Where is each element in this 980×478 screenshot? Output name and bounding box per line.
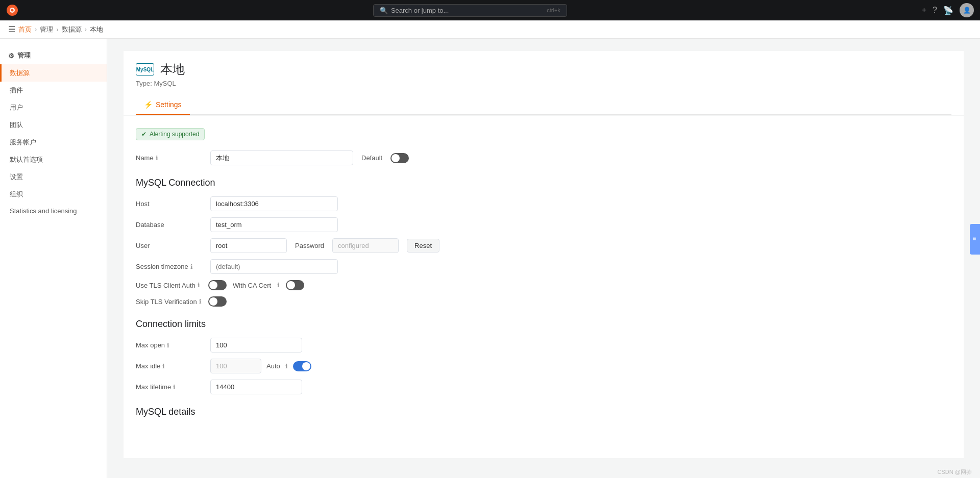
name-info-icon[interactable]: ℹ xyxy=(156,155,158,162)
host-label: Host xyxy=(136,200,202,208)
password-label: Password xyxy=(295,242,324,249)
sep3: › xyxy=(85,26,87,33)
form-area: ✔ Alerting supported Name ℹ Default MySQ… xyxy=(124,116,964,458)
skip-tls-label: Skip TLS Verification ℹ xyxy=(136,298,202,306)
search-shortcut: ctrl+k xyxy=(547,7,560,13)
max-idle-value: 100 xyxy=(210,359,261,373)
mysql-connection-title: MySQL Connection xyxy=(136,178,951,188)
breadcrumb-home[interactable]: 首页 xyxy=(18,25,32,34)
user-password-row: User Password configured Reset xyxy=(136,238,951,253)
breadcrumb-datasources[interactable]: 数据源 xyxy=(62,25,82,34)
max-open-input[interactable] xyxy=(210,338,302,353)
reset-button[interactable]: Reset xyxy=(407,239,439,253)
with-ca-cert-label: With CA Cert xyxy=(233,282,271,289)
sidebar-section-title: ⚙ 管理 xyxy=(0,47,107,64)
check-circle-icon: ✔ xyxy=(141,131,146,138)
page-subtitle: Type: MySQL xyxy=(136,80,951,87)
topbar-center: 🔍 Search or jump to... ctrl+k xyxy=(18,4,922,17)
tls-client-toggle[interactable] xyxy=(208,280,227,290)
auto-idle-toggle[interactable] xyxy=(293,361,311,371)
search-box[interactable]: 🔍 Search or jump to... ctrl+k xyxy=(373,4,567,17)
page-title-row: MySQL 本地 xyxy=(136,61,951,78)
bell-icon[interactable]: 📡 xyxy=(943,6,953,15)
tls-client-label: Use TLS Client Auth ℹ xyxy=(136,282,202,289)
search-icon: 🔍 xyxy=(380,7,388,14)
default-label: Default xyxy=(361,154,382,162)
breadcrumb-admin[interactable]: 管理 xyxy=(40,25,53,34)
tab-settings[interactable]: ⚡ Settings xyxy=(136,95,190,115)
skip-tls-row: Skip TLS Verification ℹ xyxy=(136,296,951,307)
tabs: ⚡ Settings xyxy=(136,95,951,115)
user-label: User xyxy=(136,242,202,249)
name-row: Name ℹ Default xyxy=(136,150,951,165)
sidebar-item-stats[interactable]: Statistics and licensing xyxy=(0,203,107,219)
max-lifetime-input[interactable] xyxy=(210,380,302,394)
sidebar-item-preferences[interactable]: 默认首选项 xyxy=(0,151,107,168)
name-input[interactable] xyxy=(210,150,353,165)
avatar[interactable]: 👤 xyxy=(960,3,974,17)
database-input[interactable] xyxy=(210,217,338,232)
sidebar-item-plugins[interactable]: 插件 xyxy=(0,82,107,99)
database-row: Database xyxy=(136,217,951,232)
menu-icon[interactable]: ☰ xyxy=(8,24,15,34)
mysql-details-placeholder xyxy=(136,425,951,446)
sidebar-item-org[interactable]: 组织 xyxy=(0,186,107,203)
user-input[interactable] xyxy=(210,238,287,253)
sidebar-item-teams[interactable]: 团队 xyxy=(0,116,107,134)
max-lifetime-row: Max lifetime ℹ xyxy=(136,380,951,394)
host-input[interactable] xyxy=(210,196,338,211)
session-tz-row: Session timezone ℹ xyxy=(136,259,951,274)
footer-watermark: CSDN @网莽 xyxy=(938,468,972,476)
max-lifetime-label: Max lifetime ℹ xyxy=(136,383,202,391)
sidebar-item-users[interactable]: 用户 xyxy=(0,99,107,116)
layout: ⚙ 管理 数据源 插件 用户 团队 服务帐户 默认首选项 设置 组织 Stati… xyxy=(0,39,980,478)
default-toggle[interactable] xyxy=(390,153,409,163)
tz-info-icon[interactable]: ℹ xyxy=(190,263,193,270)
max-open-label: Max open ℹ xyxy=(136,341,202,349)
database-label: Database xyxy=(136,221,202,229)
max-open-row: Max open ℹ xyxy=(136,338,951,353)
breadcrumb: ☰ 首页 › 管理 › 数据源 › 本地 xyxy=(0,20,980,39)
password-field: configured xyxy=(332,238,399,253)
right-edge-button[interactable]: ≡ xyxy=(970,224,980,255)
max-idle-info-icon[interactable]: ℹ xyxy=(162,363,165,370)
mysql-details-title: MySQL details xyxy=(136,407,951,417)
gear-icon: ⚙ xyxy=(8,52,14,60)
max-open-info-icon[interactable]: ℹ xyxy=(167,342,169,349)
grafana-logo-icon xyxy=(6,4,18,16)
add-icon[interactable]: + xyxy=(922,6,926,15)
topbar: 🔍 Search or jump to... ctrl+k + ? 📡 👤 xyxy=(0,0,980,20)
ca-cert-info-icon[interactable]: ℹ xyxy=(277,282,280,289)
sidebar-item-serviceaccounts[interactable]: 服务帐户 xyxy=(0,134,107,151)
idle-row: 100 Auto ℹ xyxy=(210,359,311,373)
main-content: MySQL 本地 Type: MySQL ⚡ Settings ✔ Alerti… xyxy=(107,39,980,478)
breadcrumb-current: 本地 xyxy=(90,25,103,34)
auto-info-icon[interactable]: ℹ xyxy=(285,363,288,370)
session-tz-label: Session timezone ℹ xyxy=(136,263,202,270)
help-icon[interactable]: ? xyxy=(933,6,937,15)
sidebar-item-datasources[interactable]: 数据源 xyxy=(0,64,107,82)
search-placeholder: Search or jump to... xyxy=(391,7,449,14)
ca-cert-toggle[interactable] xyxy=(286,280,304,290)
sidebar-item-settings[interactable]: 设置 xyxy=(0,168,107,186)
host-row: Host xyxy=(136,196,951,211)
max-lifetime-info-icon[interactable]: ℹ xyxy=(173,384,176,391)
connection-limits-title: Connection limits xyxy=(136,319,951,330)
sep2: › xyxy=(56,26,58,33)
skip-tls-info-icon[interactable]: ℹ xyxy=(199,298,202,305)
skip-tls-toggle[interactable] xyxy=(208,296,227,307)
mysql-logo-icon: MySQL xyxy=(136,63,154,76)
topbar-right: + ? 📡 👤 xyxy=(922,3,974,17)
max-idle-row: Max idle ℹ 100 Auto ℹ xyxy=(136,359,951,373)
max-idle-label: Max idle ℹ xyxy=(136,362,202,370)
auto-label: Auto xyxy=(266,362,280,370)
session-tz-input[interactable] xyxy=(210,259,338,274)
page-header: MySQL 本地 Type: MySQL ⚡ Settings xyxy=(124,51,964,115)
tls-info-icon[interactable]: ℹ xyxy=(198,282,200,289)
settings-tab-icon: ⚡ xyxy=(144,100,153,109)
alert-badge: ✔ Alerting supported xyxy=(136,128,205,140)
topbar-left xyxy=(6,4,18,16)
sidebar: ⚙ 管理 数据源 插件 用户 团队 服务帐户 默认首选项 设置 组织 Stati… xyxy=(0,39,107,478)
name-label: Name ℹ xyxy=(136,154,202,162)
sep1: › xyxy=(35,26,37,33)
